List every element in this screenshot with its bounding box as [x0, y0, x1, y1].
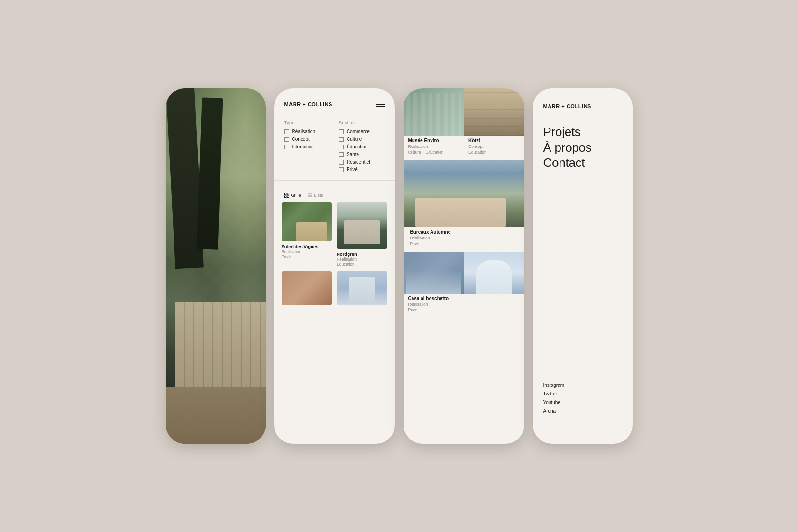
menu-nav: Projets À propos Contact: [533, 110, 633, 171]
svg-rect-3: [287, 196, 289, 198]
project-extra-2-image: [337, 271, 387, 305]
hamburger-line-3: [376, 106, 385, 107]
divider: [274, 180, 395, 181]
casa-image: [404, 252, 464, 294]
checkbox-realisation-label: Réalisation: [292, 129, 315, 134]
bottom-pair: [404, 252, 524, 294]
checkbox-prive-label: Privé: [347, 167, 358, 172]
project-nordgren-thumb: [337, 202, 387, 249]
phone-filter: MARR + COLLINS Type Réalisation Concept: [274, 88, 395, 444]
checkbox-concept-label: Concept: [292, 137, 310, 142]
svg-rect-0: [284, 193, 286, 195]
checkbox-residentiel-box[interactable]: [339, 160, 344, 165]
building-structure: [175, 302, 266, 396]
project-soleil-type: Réalisation Privé: [282, 249, 332, 259]
social-youtube[interactable]: Youtube: [543, 398, 564, 407]
menu-social: Instagram Twitter Youtube Arena: [543, 381, 564, 415]
social-arena[interactable]: Arena: [543, 407, 564, 415]
project-soleil-thumb: [282, 202, 332, 241]
secteur-filter-col: Secteur Commerce Culture Éducation: [339, 120, 385, 174]
bottom-info-row: Casa al boschetto Réalisation Privé: [404, 294, 524, 318]
project-soleil-title: Soleil des Vignes: [282, 244, 332, 249]
musee-image-container: [404, 88, 464, 136]
checkbox-commerce-label: Commerce: [347, 129, 370, 134]
checkbox-residentiel[interactable]: Résidentiel: [339, 159, 385, 165]
checkbox-education[interactable]: Éducation: [339, 144, 385, 149]
svg-rect-1: [287, 193, 289, 195]
list-label: Liste: [314, 193, 323, 198]
checkbox-education-box[interactable]: [339, 145, 344, 149]
kotzi-title: Kötzi: [468, 138, 520, 143]
bureaux-info: Bureaux Automne Réalisation Privé: [404, 227, 524, 252]
ground-path: [166, 387, 266, 444]
bureaux-meta: Réalisation Privé: [410, 236, 518, 247]
project-grid: Soleil des Vignes Réalisation Privé Nord…: [274, 202, 395, 308]
project-nordgren-type: Réalisation Éducation: [337, 257, 387, 266]
hamburger-icon[interactable]: [376, 102, 385, 107]
project-soleil[interactable]: Soleil des Vignes Réalisation Privé: [282, 202, 332, 266]
project-extra-1-image: [282, 271, 332, 305]
grid-icon: [284, 193, 289, 198]
checkbox-interactive[interactable]: Interactive: [284, 144, 330, 149]
social-twitter[interactable]: Twitter: [543, 390, 564, 398]
checkbox-prive[interactable]: Privé: [339, 167, 385, 172]
casa-meta: Réalisation Privé: [408, 302, 459, 313]
projects-list: Musée Enviro Réalisation Culture + Éduca…: [404, 88, 524, 318]
checkbox-sante[interactable]: Santé: [339, 152, 385, 157]
checkbox-culture[interactable]: Culture: [339, 137, 385, 142]
photo-background: [166, 88, 266, 444]
checkbox-culture-label: Culture: [347, 137, 362, 142]
project-extra-2[interactable]: [337, 271, 387, 308]
social-instagram[interactable]: Instagram: [543, 381, 564, 390]
type-label: Type: [284, 120, 330, 125]
top-info-row: Musée Enviro Réalisation Culture + Éduca…: [404, 136, 524, 160]
checkbox-sante-box[interactable]: [339, 152, 344, 157]
kotzi-image: [464, 88, 524, 136]
project-extra-2-thumb: [337, 271, 387, 305]
checkbox-concept[interactable]: Concept: [284, 137, 330, 142]
checkbox-realisation-box[interactable]: [284, 129, 289, 134]
bureaux-project[interactable]: Bureaux Automne Réalisation Privé: [404, 160, 524, 252]
menu-header: MARR + COLLINS: [533, 88, 633, 110]
svg-rect-2: [284, 196, 286, 198]
checkbox-interactive-box[interactable]: [284, 145, 289, 149]
musee-info[interactable]: Musée Enviro Réalisation Culture + Éduca…: [404, 136, 464, 160]
list-icon: [308, 193, 312, 198]
grid-view-button[interactable]: Grille: [284, 193, 301, 198]
checkbox-culture-box[interactable]: [339, 137, 344, 142]
grid-label: Grille: [291, 193, 301, 198]
scene: MARR + COLLINS Type Réalisation Concept: [0, 0, 798, 532]
checkbox-residentiel-label: Résidentiel: [347, 159, 370, 165]
white-building-container[interactable]: [464, 252, 524, 294]
bureaux-title: Bureaux Automne: [410, 229, 518, 235]
type-filter-col: Type Réalisation Concept Interactive: [284, 120, 330, 174]
checkbox-prive-box[interactable]: [339, 167, 344, 172]
nav-apropos[interactable]: À propos: [543, 140, 622, 156]
white-building-info: [464, 294, 524, 318]
phone-projects: Musée Enviro Réalisation Culture + Éduca…: [404, 88, 524, 444]
checkbox-education-label: Éducation: [347, 144, 367, 149]
casa-container[interactable]: [404, 252, 464, 294]
checkbox-commerce-box[interactable]: [339, 129, 344, 134]
casa-info[interactable]: Casa al boschetto Réalisation Privé: [404, 294, 464, 318]
project-extra-1[interactable]: [282, 271, 332, 308]
checkbox-realisation[interactable]: Réalisation: [284, 129, 330, 134]
filter-section: Type Réalisation Concept Interactive: [274, 115, 395, 174]
checkbox-commerce[interactable]: Commerce: [339, 129, 385, 134]
filter-header: MARR + COLLINS: [274, 88, 395, 115]
top-images-row: [404, 88, 524, 136]
phone-photo: [166, 88, 266, 444]
filter-columns: Type Réalisation Concept Interactive: [284, 120, 385, 174]
checkbox-concept-box[interactable]: [284, 137, 289, 142]
view-toggle: Grille Liste: [274, 186, 395, 202]
list-view-button[interactable]: Liste: [308, 193, 323, 198]
project-nordgren-title: Nordgren: [337, 251, 387, 257]
menu-brand-name: MARR + COLLINS: [543, 103, 592, 109]
kotzi-info[interactable]: Kötzi Concept Éducation: [464, 136, 524, 160]
nav-contact[interactable]: Contact: [543, 155, 622, 171]
nav-projets[interactable]: Projets: [543, 124, 622, 140]
project-nordgren[interactable]: Nordgren Réalisation Éducation: [337, 202, 387, 266]
kotzi-image-container: [464, 88, 524, 136]
checkbox-interactive-label: Interactive: [292, 144, 314, 149]
phone-menu: MARR + COLLINS Projets À propos Contact …: [533, 88, 633, 444]
